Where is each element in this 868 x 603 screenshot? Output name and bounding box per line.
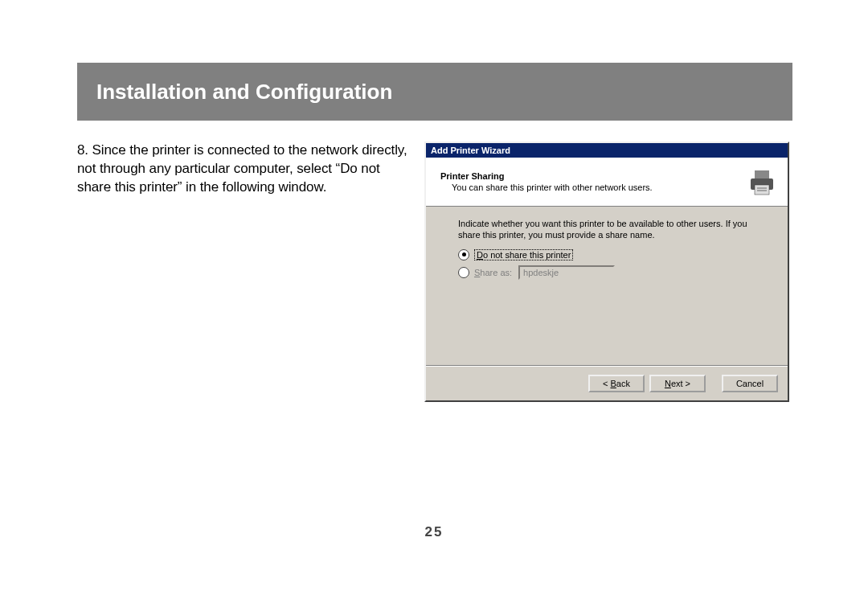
- dialog-header-text: Printer Sharing You can share this print…: [440, 171, 746, 192]
- cancel-button[interactable]: Cancel: [722, 375, 778, 392]
- radio-unselected-icon: [458, 267, 469, 278]
- share-name-input[interactable]: [518, 265, 615, 280]
- dialog-section-title: Printer Sharing: [440, 171, 746, 181]
- next-button[interactable]: Next >: [649, 375, 706, 392]
- section-title: Installation and Configuration: [96, 80, 392, 105]
- svg-rect-2: [755, 185, 769, 195]
- dialog-explanation-text: Indicate whether you want this printer t…: [458, 218, 764, 241]
- printer-icon: [746, 166, 778, 198]
- option-do-not-share[interactable]: Do not share this printer: [458, 249, 764, 260]
- dialog-titlebar: Add Printer Wizard: [426, 143, 788, 158]
- option-share-as[interactable]: Share as:: [458, 265, 764, 280]
- dialog-section-subtitle: You can share this printer with other ne…: [452, 183, 746, 192]
- option-share-as-label: Share as:: [474, 268, 512, 277]
- screenshot-column: Add Printer Wizard Printer Sharing You c…: [424, 142, 792, 402]
- dialog-button-row: < Back Next > Cancel: [426, 367, 788, 400]
- manual-page: Installation and Configuration 8. Since …: [0, 0, 868, 603]
- content-area: 8. Since the printer is connected to the…: [77, 142, 792, 402]
- dialog-body: Indicate whether you want this printer t…: [426, 207, 788, 365]
- page-number: 25: [0, 524, 868, 540]
- step-instruction-text: 8. Since the printer is connected to the…: [77, 142, 415, 402]
- svg-rect-1: [755, 170, 769, 178]
- back-button[interactable]: < Back: [588, 375, 645, 392]
- add-printer-wizard-dialog: Add Printer Wizard Printer Sharing You c…: [424, 142, 789, 402]
- dialog-header: Printer Sharing You can share this print…: [426, 158, 788, 207]
- option-do-not-share-label: Do not share this printer: [474, 249, 573, 260]
- radio-selected-icon: [458, 249, 469, 260]
- section-header-bar: Installation and Configuration: [77, 63, 792, 121]
